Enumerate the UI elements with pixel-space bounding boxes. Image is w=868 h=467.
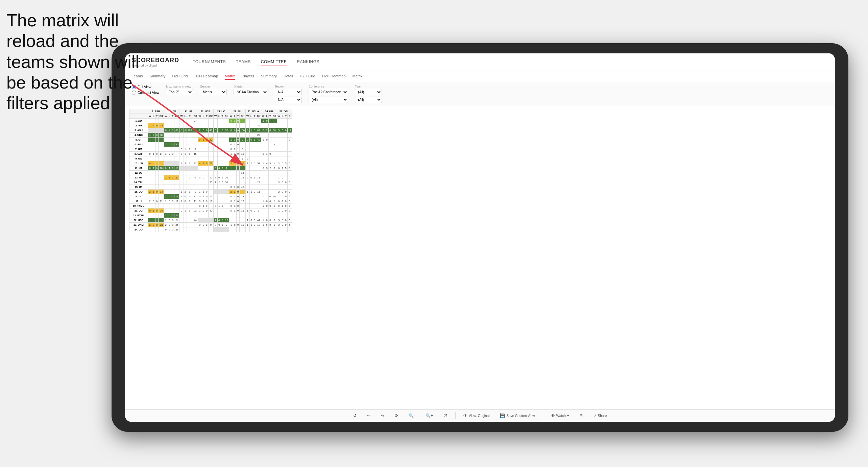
watch-label: Watch [556, 414, 566, 418]
table-row: 10. UW 4 13032 41072 25066 12051 1451 30… [129, 161, 292, 166]
nav-items: TOURNAMENTS TEAMS COMMITTEE RANKINGS [193, 58, 319, 66]
ucb-t: T [205, 114, 209, 119]
subnav-h2h-heatmap2[interactable]: H2H Heatmap [322, 73, 346, 80]
uo-dif: Dif [224, 114, 229, 119]
watch-chevron: ▾ [567, 414, 569, 418]
row-label-ua9: 9. UA [129, 156, 148, 161]
zoom-out-btn[interactable]: 🔍- [406, 412, 418, 419]
uw-dif: Dif [174, 114, 179, 119]
view-icon: 👁 [463, 413, 467, 418]
ucb-l: L [202, 114, 205, 119]
grid-btn[interactable]: ⊞ [577, 412, 585, 419]
subnav-h2h-heatmap[interactable]: H2H Heatmap [194, 73, 218, 80]
undo-btn[interactable]: ↺ [351, 412, 359, 419]
table-row: 14. TTU 30 12030 29 3005 [129, 180, 292, 185]
su-dif: Dif [240, 114, 246, 119]
row-label-fsu: 6. FSU [129, 142, 148, 147]
uw-w: W [164, 114, 168, 119]
ucla-l: L [250, 114, 253, 119]
save-icon: 💾 [500, 413, 505, 418]
subnav-summary2[interactable]: Summary [261, 73, 277, 80]
back-btn[interactable]: ↩ [364, 412, 373, 419]
row-label-unm23: 23. UNM [129, 223, 148, 227]
back-icon: ↩ [367, 413, 370, 418]
row-label-ucb22: 22. UCB [129, 218, 148, 223]
subnav-players[interactable]: Players [242, 73, 254, 80]
team-select[interactable]: (All) [355, 89, 382, 95]
gender-filter: Gender Men's [200, 85, 227, 95]
nav-teams[interactable]: TEAMS [236, 58, 251, 66]
conference-filter: Conference Pac-12 Conference (All) [309, 85, 348, 103]
uo-w: W [213, 114, 217, 119]
col-header-su: 27. SU [229, 109, 246, 114]
sub-corner [129, 114, 148, 119]
team-select2[interactable]: (All) [355, 97, 382, 103]
col-header-ua: 11. UA [179, 109, 198, 114]
matrix-table-wrapper: 3. ASU 10. UW 11. UA 22. UCB 24. UO 27. … [125, 106, 835, 235]
conference-label: Conference [309, 85, 348, 88]
col-header-ucb: 22. UCB [198, 109, 213, 114]
ucla-t: T [253, 114, 256, 119]
uu-l: L [265, 114, 269, 119]
osu-w: W [277, 114, 281, 119]
asu-t: T [155, 114, 159, 119]
ucla-dif: Dif [256, 114, 261, 119]
nav-tournaments[interactable]: TOURNAMENTS [193, 58, 226, 66]
division-filter: Division NCAA Division I [234, 85, 268, 95]
su-t: T [236, 114, 240, 119]
share-btn[interactable]: ↗ Share [590, 412, 610, 419]
watch-btn[interactable]: 👁 Watch ▾ [548, 412, 572, 419]
row-label-uo24: 24. UO [129, 227, 148, 232]
bottom-toolbar: ↺ ↩ ↪ ⟳ 🔍- 🔍+ ⏱ 👁 View: Orig [125, 409, 835, 422]
region-filter: Region N/A N/A [275, 85, 302, 103]
table-row: 13. UT 21122 20 3012 20126 12 20118 10 [129, 175, 292, 180]
uu-dif: Dif [272, 114, 277, 119]
table-row: 17. GIT 10011 10011 01011 01013 02020 10… [129, 194, 292, 199]
matrix-area[interactable]: 3. ASU 10. UW 11. UA 22. UCB 24. UO 27. … [125, 106, 835, 409]
subnav-h2h-grid2[interactable]: H2H Grid [300, 73, 315, 80]
subnav-matrix2[interactable]: Matrix [352, 73, 362, 80]
view-original-btn[interactable]: 👁 View: Original [461, 412, 492, 419]
table-row: 23. UNM 200-21 20025 0010 8010 10010 110… [129, 223, 292, 227]
uw-l: L [168, 114, 171, 119]
annotation-text: The matrix will reload and the teams sho… [6, 10, 148, 114]
nav-committee[interactable]: COMMITTEE [261, 58, 287, 66]
row-label-etsu21: 21. ETSU [129, 213, 148, 218]
asu-l: L [152, 114, 155, 119]
subnav-h2h-grid[interactable]: H2H Grid [172, 73, 188, 80]
tablet-screen: SCOREBOARD Powered by clippd TOURNAMENTS… [125, 53, 835, 422]
row-label-ua11: 11. UA [129, 166, 148, 171]
division-select[interactable]: NCAA Division I [234, 89, 268, 95]
conference-select2[interactable]: (All) [309, 97, 348, 103]
ua-t: T [187, 114, 193, 119]
table-row: 11. UA 01010 01010 3401 0323 0151 [129, 166, 292, 171]
su-l: L [233, 114, 237, 119]
subnav-summary[interactable]: Summary [149, 73, 165, 80]
forward-btn[interactable]: ↪ [378, 412, 387, 419]
timer-btn[interactable]: ⏱ [441, 412, 450, 419]
ua-dif: Dif [193, 114, 198, 119]
save-custom-label: Save Custom View [506, 414, 535, 418]
subnav-detail[interactable]: Detail [284, 73, 293, 80]
max-teams-select[interactable]: Top 25 [166, 89, 193, 95]
region-select2[interactable]: N/A [275, 97, 302, 103]
table-row: 5. UT 01022 1102 20140 10 2 [129, 138, 292, 142]
zoom-in-btn[interactable]: 🔍+ [423, 412, 436, 419]
zoom-in-icon: 🔍+ [426, 413, 433, 418]
uo-l: L [217, 114, 221, 119]
save-custom-btn[interactable]: 💾 Save Custom View [497, 412, 537, 419]
subnav-matrix[interactable]: Matrix [225, 73, 235, 80]
refresh-btn[interactable]: ⟳ [392, 412, 401, 419]
row-label-ut13: 13. UT [129, 175, 148, 180]
uw-t: T [171, 114, 174, 119]
toolbar-divider1 [455, 412, 456, 419]
nav-rankings[interactable]: RANKINGS [297, 58, 319, 66]
filter-bar: Full View Compact View Max teams in view… [125, 82, 835, 106]
conference-select[interactable]: Pac-12 Conference [309, 89, 348, 95]
share-icon: ↗ [593, 413, 597, 418]
region-select[interactable]: N/A [275, 89, 302, 95]
row-label-uf15: 15. UF [129, 185, 148, 190]
timer-icon: ⏱ [443, 413, 448, 418]
gender-select[interactable]: Men's [200, 89, 227, 95]
refresh-icon: ⟳ [395, 413, 398, 418]
